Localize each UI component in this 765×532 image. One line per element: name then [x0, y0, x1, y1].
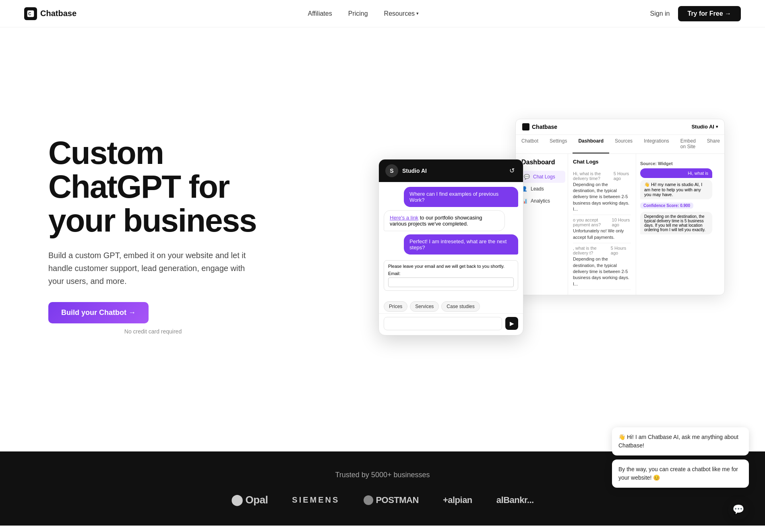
widget-body: Where can I find examples of previous Wo… [379, 182, 523, 298]
dash-brand-icon [522, 123, 529, 130]
nav-actions: Sign in Try for Free → [650, 6, 741, 21]
dash-topbar: Chatbase Studio AI ▾ [516, 119, 724, 135]
user-msg-2: Perfect! I am intreseted, what are the n… [404, 234, 518, 255]
suggest-services[interactable]: Services [410, 301, 439, 312]
widget-title: Studio AI [402, 168, 427, 174]
dash-body: Dashboard 💬 Chat Logs 👤 Leads 📊 Analytic… [516, 154, 724, 295]
bot-msg-1: Here's a link to our portfolio showcasin… [384, 210, 505, 231]
chat-log-2[interactable]: o you accept payment ans? 10 Hours ago U… [573, 215, 631, 243]
logos-row: ⬤ Opal SIEMENS POSTMAN +alpian alBankr..… [24, 494, 741, 506]
widget-suggestions: Prices Services Case studies [379, 298, 523, 313]
mockup-container: Chatbase Studio AI ▾ Chatbot Settings Da… [378, 119, 741, 352]
nav-link-affiliates[interactable]: Affiliates [308, 10, 332, 17]
chatbot-messages: 👋 Hi! I am Chatbase AI, ask me anything … [612, 427, 749, 492]
floating-chatbot: 👋 Hi! I am Chatbase AI, ask me anything … [728, 499, 749, 520]
chat-widget: S Studio AI ↺ Where can I find examples … [378, 159, 523, 335]
sidebar-item-chatlogs[interactable]: 💬 Chat Logs [518, 171, 565, 183]
sidebar-item-leads[interactable]: 👤 Leads [516, 183, 568, 195]
nav-link-pricing[interactable]: Pricing [348, 10, 368, 17]
logo-albank: alBankr... [496, 495, 534, 505]
dash-main: Chat Logs Hi, what is the delivery time?… [568, 154, 636, 295]
chat-log-3[interactable]: , what is the delivery t? 5 Hours ago De… [573, 243, 631, 290]
suggest-prices[interactable]: Prices [384, 301, 407, 312]
dash-brand: Chatbase [522, 123, 557, 130]
sign-in-link[interactable]: Sign in [650, 10, 670, 17]
dash-sidebar: Dashboard 💬 Chat Logs 👤 Leads 📊 Analytic… [516, 154, 568, 295]
chevron-down-icon: ▾ [716, 124, 718, 129]
tab-integrations[interactable]: Integrations [638, 135, 675, 153]
hero-section: Custom ChatGPT for your business Build a… [0, 27, 765, 451]
ai-detail-bubble: Depending on the destination, the typica… [640, 212, 712, 234]
chat-input[interactable] [384, 317, 502, 330]
tab-settings[interactable]: Settings [544, 135, 573, 153]
logo-siemens: SIEMENS [292, 495, 339, 505]
dash-chatlogs-title: Chat Logs [573, 159, 631, 165]
postman-icon [364, 495, 373, 505]
nav-links: Affiliates Pricing Resources ▾ [308, 10, 419, 17]
ai-greeting-bubble: 👋 Hi! my name is studio AI, I am here to… [640, 180, 712, 199]
tab-sources[interactable]: Sources [609, 135, 638, 153]
no-credit-text: No credit card required [48, 328, 258, 335]
dash-tabs: Chatbot Settings Dashboard Sources Integ… [516, 135, 724, 154]
chat-logs-icon: 💬 [524, 174, 530, 180]
email-input[interactable] [388, 277, 514, 287]
logo-postman: POSTMAN [364, 495, 419, 505]
logo-opal: ⬤ Opal [231, 494, 268, 506]
widget-avatar: S [385, 164, 398, 177]
refresh-icon[interactable]: ↺ [507, 166, 517, 176]
dash-chat-detail: Source: Widget Hi, what is 👋 Hi! my name… [636, 154, 724, 295]
dash-studio-ai: Studio AI ▾ [691, 124, 718, 130]
sidebar-item-analytics[interactable]: 📊 Analytics [516, 195, 568, 207]
logo-text: Chatbase [40, 9, 76, 18]
send-button[interactable]: ▶ [505, 317, 518, 330]
portfolio-link[interactable]: Here's a link [390, 215, 418, 221]
chat-log-1[interactable]: Hi, what is the delivery time? 5 Hours a… [573, 169, 631, 215]
hero-left: Custom ChatGPT for your business Build a… [48, 136, 258, 335]
confidence-score: Confidence Score: 0.900 [640, 203, 693, 209]
chatbot-msg-1: 👋 Hi! I am Chatbase AI, ask me anything … [612, 427, 749, 455]
nav-link-resources[interactable]: Resources ▾ [384, 10, 419, 17]
hi-what-is-bubble: Hi, what is [640, 168, 720, 178]
try-free-button[interactable]: Try for Free → [678, 6, 741, 21]
hero-title: Custom ChatGPT for your business [48, 136, 258, 238]
tab-share[interactable]: Share [701, 135, 725, 153]
email-form: Please leave your email and we will get … [384, 260, 518, 291]
suggest-case-studies[interactable]: Case studies [441, 301, 480, 312]
navbar: C Chatbase Affiliates Pricing Resources … [0, 0, 765, 27]
chatbot-msg-2: By the way, you can create a chatbot lik… [612, 460, 749, 488]
hero-right: Chatbase Studio AI ▾ Chatbot Settings Da… [258, 119, 741, 352]
tab-dashboard[interactable]: Dashboard [573, 135, 609, 153]
user-msg-1: Where can I find examples of previous Wo… [404, 187, 518, 207]
source-widget: Source: Widget [640, 161, 720, 166]
hero-description: Build a custom GPT, embed it on your web… [48, 249, 258, 288]
build-chatbot-button[interactable]: Build your Chatbot → [48, 302, 149, 323]
dash-sidebar-title: Dashboard [516, 159, 568, 171]
widget-input-row: ▶ [379, 313, 523, 335]
logo-alpian: +alpian [443, 495, 472, 505]
chatbot-avatar-icon: 💬 [732, 504, 744, 515]
send-icon: ▶ [510, 320, 514, 327]
logo[interactable]: C Chatbase [24, 7, 76, 20]
logo-icon: C [24, 7, 37, 20]
widget-header: S Studio AI ↺ [379, 159, 523, 182]
tab-chatbot[interactable]: Chatbot [516, 135, 544, 153]
chatbot-icon-button[interactable]: 💬 [728, 499, 749, 520]
chevron-down-icon: ▾ [416, 11, 419, 16]
tab-embed[interactable]: Embed on Site [675, 135, 701, 153]
dashboard-panel: Chatbase Studio AI ▾ Chatbot Settings Da… [515, 119, 725, 296]
svg-text:C: C [28, 12, 31, 16]
